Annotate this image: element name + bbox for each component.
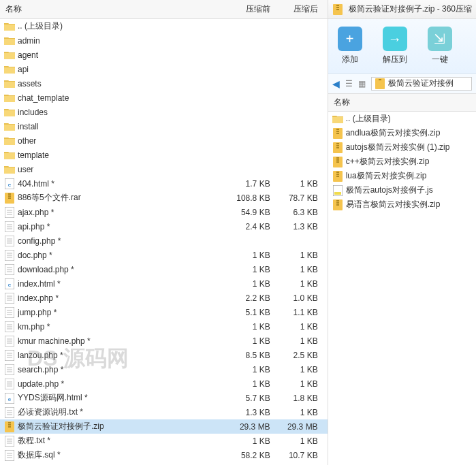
file-row[interactable]: .. (上级目录) xyxy=(0,19,328,33)
file-name: 886等5个文件.rar xyxy=(18,192,215,204)
file-row[interactable]: chat_template xyxy=(0,91,328,105)
quick-button[interactable]: ⇲ 一键 xyxy=(424,24,456,68)
html-icon: e xyxy=(4,393,15,404)
nav-list-icon[interactable]: ☰ xyxy=(345,79,353,89)
file-row[interactable]: index.php *2.2 KB1.0 KB xyxy=(0,291,328,305)
file-before-size: 2.2 KB xyxy=(215,293,276,303)
nav-grid-icon[interactable]: ▦ xyxy=(358,79,366,89)
php-icon xyxy=(4,293,15,304)
svg-rect-76 xyxy=(336,7,339,8)
file-name: .. (上级目录) xyxy=(18,20,215,32)
svg-text:e: e xyxy=(8,396,12,402)
file-row[interactable]: api.php *2.4 KB1.3 KB xyxy=(0,219,328,234)
file-row[interactable]: 极简云验证对接例子.zip29.3 MB29.3 MB xyxy=(0,419,328,434)
file-name: jump.php * xyxy=(18,308,215,317)
php-icon xyxy=(4,250,15,261)
file-name: assets xyxy=(18,79,215,89)
extract-button[interactable]: → 解压到 xyxy=(379,24,411,68)
zip-icon xyxy=(332,4,343,15)
file-after-size: 1.8 KB xyxy=(276,394,323,403)
file-row[interactable]: c++极简云对接实例.zip xyxy=(328,155,476,169)
quick-icon: ⇲ xyxy=(428,27,452,51)
add-label: 添加 xyxy=(342,54,358,65)
file-row[interactable]: eYYDS源码网.html *5.7 KB1.8 KB xyxy=(0,391,328,405)
file-row[interactable]: ajax.php *54.9 KB6.3 KB xyxy=(0,205,328,219)
file-row[interactable]: andlua极简云对接实例.zip xyxy=(328,126,476,140)
add-button[interactable]: + 添加 xyxy=(334,24,366,68)
file-name: YYDS源码网.html * xyxy=(18,392,215,404)
file-name: chat_template xyxy=(18,93,215,103)
file-before-size: 1 KB xyxy=(215,379,276,389)
file-row[interactable]: lanzou.php *8.5 KB2.5 KB xyxy=(0,348,328,362)
file-row[interactable]: 数据库.sql *58.2 KB10.7 KB xyxy=(0,448,328,462)
file-name: autojs极简云对接实例 (1).zip xyxy=(346,142,472,153)
file-row[interactable]: api xyxy=(0,62,328,76)
zip-icon xyxy=(332,171,343,182)
file-after-size: 1 KB xyxy=(276,279,323,289)
file-row[interactable]: doc.php *1 KB1 KB xyxy=(0,248,328,262)
folder-icon xyxy=(4,107,15,118)
file-row[interactable]: e404.html *1.7 KB1 KB xyxy=(0,176,328,191)
file-after-size: 1 KB xyxy=(276,251,323,260)
file-row[interactable]: search.php *1 KB1 KB xyxy=(0,362,328,376)
file-row[interactable]: assets xyxy=(0,76,328,91)
file-row[interactable]: other xyxy=(0,133,328,148)
svg-rect-81 xyxy=(336,129,339,130)
file-row[interactable]: download.php *1 KB1 KB xyxy=(0,262,328,276)
file-row[interactable]: 教程.txt *1 KB1 KB xyxy=(0,434,328,448)
nav-path-text: 极简云验证对接例 xyxy=(388,78,454,89)
file-name: 极简云验证对接例子.zip xyxy=(18,421,215,432)
col-before-header[interactable]: 压缩前 xyxy=(215,3,276,15)
file-row[interactable]: 886等5个文件.rar108.8 KB78.7 KB xyxy=(0,191,328,205)
file-row[interactable]: admin xyxy=(0,33,328,48)
file-before-size: 1 KB xyxy=(215,322,276,332)
file-name: api xyxy=(18,65,215,74)
svg-rect-90 xyxy=(336,159,339,161)
file-row[interactable]: kmur machine.php *1 KB1 KB xyxy=(0,334,328,348)
right-column-headers: 名称 xyxy=(328,94,476,112)
col-after-header[interactable]: 压缩后 xyxy=(276,3,323,15)
file-row[interactable]: jump.php *5.1 KB1.1 KB xyxy=(0,305,328,319)
file-name: 数据库.sql * xyxy=(18,449,215,461)
file-row[interactable]: lua极简云对接实例.zip xyxy=(328,169,476,183)
file-name: km.php * xyxy=(18,322,215,332)
file-before-size: 5.7 KB xyxy=(215,394,276,403)
php-icon xyxy=(4,321,15,332)
file-before-size: 5.1 KB xyxy=(215,308,276,317)
file-row[interactable]: 极简云autojs对接例子.js xyxy=(328,183,476,197)
right-col-name[interactable]: 名称 xyxy=(332,97,472,108)
file-row[interactable]: install xyxy=(0,119,328,133)
nav-back-icon[interactable]: ◀ xyxy=(332,78,340,89)
svg-rect-97 xyxy=(334,192,341,195)
file-row[interactable]: km.php *1 KB1 KB xyxy=(0,319,328,334)
zip-icon xyxy=(332,199,343,210)
folder-icon xyxy=(4,64,15,75)
txt-icon xyxy=(4,407,15,418)
file-row[interactable]: template xyxy=(0,148,328,162)
left-file-list[interactable]: .. (上级目录)adminagentapiassetschat_templat… xyxy=(0,19,328,465)
archive-toolbar: + 添加 → 解压到 ⇲ 一键 xyxy=(328,19,476,74)
folder-icon xyxy=(4,121,15,132)
file-row[interactable]: agent xyxy=(0,48,328,62)
svg-rect-95 xyxy=(336,176,339,177)
file-row[interactable]: user xyxy=(0,162,328,176)
file-name: doc.php * xyxy=(18,251,215,260)
file-row[interactable]: includes xyxy=(0,105,328,119)
file-name: 教程.txt * xyxy=(18,435,215,447)
file-row[interactable]: config.php * xyxy=(0,234,328,248)
file-before-size: 58.2 KB xyxy=(215,451,276,460)
right-file-list[interactable]: .. (上级目录)andlua极简云对接实例.zipautojs极简云对接实例 … xyxy=(328,112,476,465)
file-row[interactable]: update.php *1 KB1 KB xyxy=(0,376,328,391)
col-name-header[interactable]: 名称 xyxy=(4,3,215,15)
file-row[interactable]: .. (上级目录) xyxy=(328,112,476,126)
file-row[interactable]: eindex.html *1 KB1 KB xyxy=(0,276,328,291)
nav-path-field[interactable]: 极简云验证对接例 xyxy=(371,77,472,91)
file-row[interactable]: 易语言极简云对接实例.zip xyxy=(328,197,476,212)
file-name: admin xyxy=(18,36,215,46)
file-row[interactable]: autojs极简云对接实例 (1).zip xyxy=(328,140,476,155)
file-row[interactable]: 必读资源说明.txt *1.3 KB1 KB xyxy=(0,405,328,419)
php-icon xyxy=(4,379,15,389)
file-after-size: 1 KB xyxy=(276,322,323,332)
svg-rect-83 xyxy=(336,133,339,134)
file-name: agent xyxy=(18,50,215,60)
